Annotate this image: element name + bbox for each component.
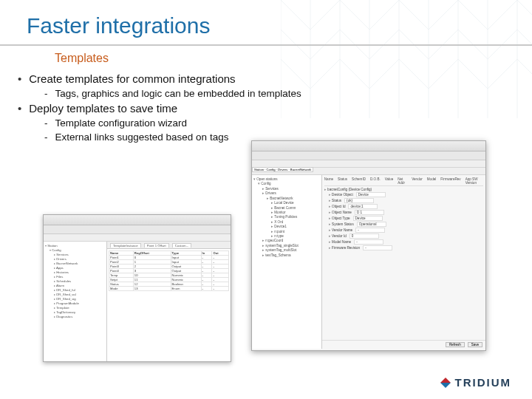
property-sheet: NameStatusSchemIDD.O.B.ValueNet AddrVend… xyxy=(322,175,485,253)
nav-tree: Open stationsConfigServicesDriversBacnet… xyxy=(252,175,322,349)
screenshot-template-wizard: StationConfigServicesDriversBacnetNetwor… xyxy=(43,214,231,362)
bullet-1-sub-1: Tags, graphics and logic can be embedded… xyxy=(18,88,532,99)
column-header: Name xyxy=(324,177,333,185)
property-value[interactable]: - xyxy=(363,245,392,250)
property-row: Vendor Name- xyxy=(329,228,483,233)
property-value[interactable]: {ok} xyxy=(344,198,374,203)
window-toolbar xyxy=(252,151,485,160)
property-key: Vendor Name xyxy=(329,228,352,232)
window-subtoolbar xyxy=(44,234,231,242)
slide-title: Faster integrations xyxy=(0,13,532,43)
slide-subtitle: Templates xyxy=(0,52,532,65)
points-grid: NameRegOffsetTypeInOutPoint10Input--Poin… xyxy=(107,249,231,361)
property-row: Object Iddevice:1 xyxy=(329,204,483,209)
property-value[interactable]: - xyxy=(354,239,383,245)
property-row: Firmware Revision- xyxy=(329,245,483,250)
property-row: Model Name- xyxy=(329,239,483,245)
property-value[interactable]: device:1 xyxy=(348,204,378,209)
bullet-1-text: Create templates for common integrations xyxy=(29,72,235,85)
brand-logo: TRIDIUM xyxy=(440,376,512,389)
logo-text: TRIDIUM xyxy=(455,376,512,389)
property-value[interactable]: Device xyxy=(356,192,386,197)
tab-3[interactable]: Custom... xyxy=(172,243,191,248)
property-key: Object Name xyxy=(329,211,352,214)
property-row: System StatusOperational xyxy=(329,222,483,227)
bullet-2-sub-1: Template configuration wizard xyxy=(18,117,532,129)
window-titlebar xyxy=(44,215,231,225)
property-key: Object Type xyxy=(329,216,350,220)
tab-bar: TemplateInstance Point 1 Offset Custom..… xyxy=(107,242,231,249)
column-header: Value xyxy=(385,177,393,185)
tab-1[interactable]: TemplateInstance xyxy=(110,243,141,248)
breadcrumb-text: Station · Config · Drivers · BacnetNetwo… xyxy=(252,167,313,172)
property-row: Device ObjectDevice xyxy=(329,192,483,197)
bullet-2: Deploy templates to save time xyxy=(18,102,532,115)
column-header: D.O.B. xyxy=(370,177,381,185)
tab-2[interactable]: Point 1 Offset xyxy=(144,243,169,248)
property-key: Vendor Id xyxy=(329,234,347,238)
property-value[interactable]: Device xyxy=(353,216,383,221)
property-header: NameStatusSchemIDD.O.B.ValueNet AddrVend… xyxy=(324,177,483,186)
save-button[interactable]: Save xyxy=(468,342,482,347)
property-value[interactable]: - xyxy=(355,228,385,233)
window-breadcrumbs: Station · Config · Drivers · BacnetNetwo… xyxy=(252,160,485,168)
property-row: Status{ok} xyxy=(329,198,483,203)
screenshot-device-config: Station · Config · Drivers · BacnetNetwo… xyxy=(251,140,486,351)
property-row: Object TypeDevice xyxy=(329,216,483,221)
window-titlebar xyxy=(252,141,485,151)
column-header: SchemID xyxy=(352,177,366,185)
refresh-button[interactable]: Refresh xyxy=(446,342,465,347)
property-value[interactable]: 0 xyxy=(349,233,379,239)
column-header: Vendor xyxy=(412,177,423,185)
property-value[interactable]: Operational xyxy=(357,222,386,227)
column-header: App SW Version xyxy=(466,177,483,185)
property-key: Device Object xyxy=(329,193,353,197)
table-row[interactable]: Mode13Enum-- xyxy=(109,287,229,291)
property-row: Object NameD 1 xyxy=(329,210,483,215)
column-header: Status xyxy=(338,177,347,185)
property-row: Vendor Id0 xyxy=(329,233,483,239)
property-key: System Status xyxy=(329,222,354,226)
divider xyxy=(0,44,532,46)
property-key: Firmware Revision xyxy=(329,246,360,250)
property-key: Status xyxy=(329,199,341,202)
tree-node[interactable]: Diagnostics xyxy=(45,315,105,319)
config-group-title: bacnetConfig (Device Config) xyxy=(324,188,372,191)
logo-icon xyxy=(440,378,451,388)
property-key: Model Name xyxy=(329,240,351,244)
nav-tree: StationConfigServicesDriversBacnetNetwor… xyxy=(44,242,107,361)
property-key: Object Id xyxy=(329,205,346,208)
column-header: FirmwareRev xyxy=(440,177,460,185)
bullet-1: Create templates for common integrations xyxy=(18,72,532,85)
tree-node[interactable]: testTag_Schema xyxy=(253,253,320,258)
bullet-2-text: Deploy templates to save time xyxy=(29,102,177,115)
column-header: Net Addr xyxy=(398,177,407,185)
property-value[interactable]: D 1 xyxy=(355,210,384,215)
column-header: Model xyxy=(427,177,437,185)
window-toolbar xyxy=(44,225,231,234)
